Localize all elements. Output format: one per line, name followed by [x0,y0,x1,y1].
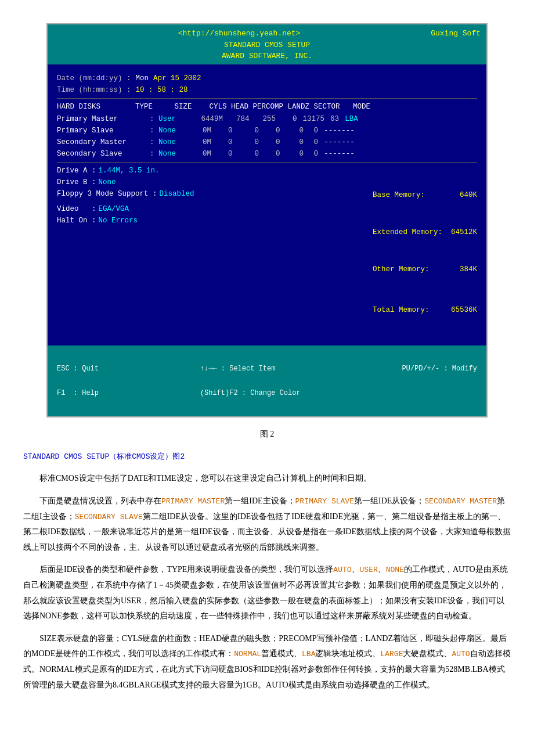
drive-row-secondary-master: Secondary Master : None 0M 0 0 0 0 0 ---… [57,136,477,148]
footer-f1: F1 : Help [57,389,99,397]
video-row: Video : EGA/VGA [57,203,373,215]
other-memory: Other Memory: 384K [373,264,477,276]
drives-list: Primary Master : User 6449M 784 255 0 13… [57,113,477,160]
floppy-row: Floppy 3 Mode Support : Disabled [57,188,373,200]
date-value: Apr 15 2002 [153,73,201,84]
body-content: 标准CMOS设定中包括了DATE和TIME设定，您可以在这里设定自己计算机上的时… [23,471,511,693]
drive-row-primary-slave: Primary Slave : None 0M 0 0 0 0 0 ------… [57,125,477,136]
footer-right: PU/PD/+/- : Modify [402,348,477,413]
drive-b-row: Drive B : None [57,177,373,188]
footer-left: ESC : Quit F1 : Help [57,348,99,413]
time-value: 10 : 58 : 28 [136,84,188,96]
bios-header-title: STANDARD CMOS SETUP [53,39,481,51]
drive-a-row: Drive A : 1.44M, 3.5 in. [57,165,373,177]
section-title: STANDARD CMOS SETUP（标准CMOS设定）图2 [23,451,511,462]
time-label: Time (hh:mm:ss) : [57,84,131,96]
date-row: Date (mm:dd:yy) : Mon Apr 15 2002 [57,73,477,84]
bios-header-subtitle: AWARD SOFTWARE, INC. [53,51,481,62]
lower-section: Drive A : 1.44M, 3.5 in. Drive B : None … [57,165,477,341]
total-memory: Total Memory: 65536K [373,304,477,316]
halt-row: Halt On : No Errors [57,215,373,226]
time-row: Time (hh:mm:ss) : 10 : 58 : 28 [57,84,477,96]
paragraph-2: 下面是硬盘情况设置，列表中存在PRIMARY MASTER第一组IDE主设备；P… [23,494,511,556]
bios-footer: ESC : Quit F1 : Help ↑↓→← : Select Item … [48,345,486,416]
paragraph-1: 标准CMOS设定中包括了DATE和TIME设定，您可以在这里设定自己计算机上的时… [23,471,511,487]
bios-header-url: <http://shunsheng.yeah.net> [53,28,425,39]
ext-memory: Extended Memory: 64512K [373,226,477,239]
paragraph-3: 后面是IDE设备的类型和硬件参数，TYPE用来说明硬盘设备的类型，我们可以选择A… [23,562,511,624]
footer-mid: ↑↓→← : Select Item (Shift)F2 : Change Co… [200,348,301,413]
bios-header-brand: Guxing Soft [431,28,481,39]
drive-row-primary-master: Primary Master : User 6449M 784 255 0 13… [57,113,477,125]
date-day: Mon [136,73,149,84]
bios-header: <http://shunsheng.yeah.net> Guxing Soft … [48,24,486,64]
date-label: Date (mm:dd:yy) : [57,73,131,84]
bios-body: Date (mm:dd:yy) : Mon Apr 15 2002 Time (… [48,64,486,346]
paragraph-4: SIZE表示硬盘的容量；CYLS硬盘的柱面数；HEAD硬盘的磁头数；PRECOM… [23,631,511,693]
footer-select: ↑↓→← : Select Item [200,365,301,373]
footer-modify: PU/PD/+/- : Modify [402,365,477,373]
memory-info: Base Memory: 640K Extended Memory: 64512… [373,165,477,341]
bios-screen: <http://shunsheng.yeah.net> Guxing Soft … [46,23,488,417]
footer-esc: ESC : Quit [57,365,99,373]
base-memory: Base Memory: 640K [373,189,477,201]
footer-color: (Shift)F2 : Change Color [200,389,301,397]
drive-info: Drive A : 1.44M, 3.5 in. Drive B : None … [57,165,373,341]
figure-caption: 图 2 [23,429,511,440]
drive-row-secondary-slave: Secondary Slave : None 0M 0 0 0 0 0 ----… [57,148,477,160]
disk-table-header: HARD DISKS TYPE SIZE CYLS HEAD PERCOMP L… [57,101,477,113]
